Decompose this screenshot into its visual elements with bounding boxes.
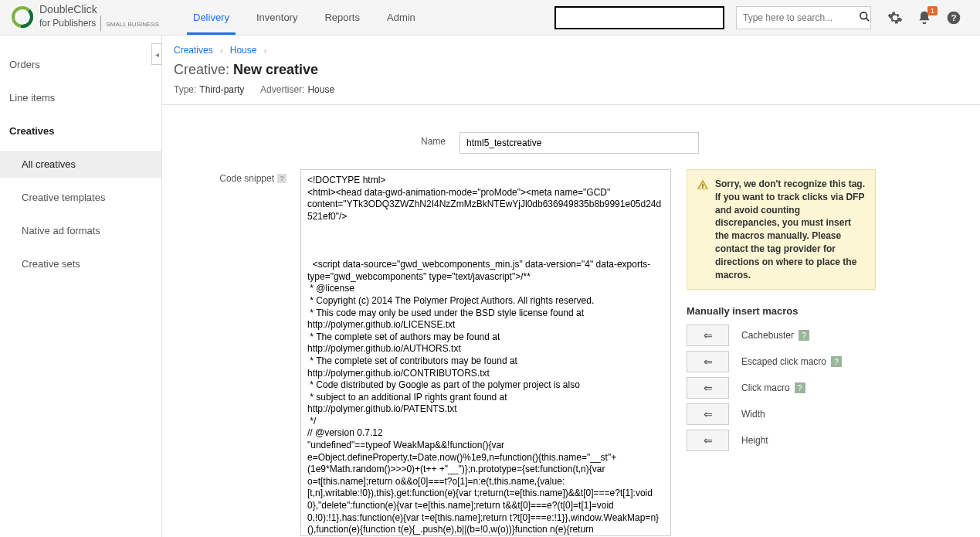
macro-label: Cachebuster? — [741, 330, 809, 341]
bell-icon[interactable]: 1 — [916, 9, 933, 26]
sidebar-item-line-items[interactable]: Line items — [0, 84, 161, 111]
chevron-right-icon: › — [220, 46, 222, 55]
insert-arrow-icon[interactable]: ⇐ — [687, 325, 729, 346]
page-title: Creative: New creative — [162, 62, 980, 78]
sidebar-collapse-icon[interactable]: ◂ — [151, 43, 162, 65]
nav-tab-inventory[interactable]: Inventory — [256, 1, 297, 34]
header-bar: DoubleClick for PublishersSMALL BUSINESS… — [0, 0, 980, 36]
insert-arrow-icon[interactable]: ⇐ — [687, 351, 729, 372]
svg-line-3 — [866, 18, 869, 21]
insert-arrow-icon[interactable]: ⇐ — [687, 430, 729, 451]
gear-icon[interactable] — [887, 9, 904, 26]
help-icon[interactable]: ? — [277, 174, 287, 183]
macro-label: Escaped click macro? — [741, 356, 842, 367]
svg-rect-7 — [702, 187, 703, 188]
macro-label: Width — [741, 409, 765, 420]
svg-rect-6 — [702, 184, 703, 186]
notif-badge: 1 — [927, 6, 938, 15]
macro-insert-escaped-click-macro[interactable]: ⇐Escaped click macro? — [687, 351, 876, 372]
macro-insert-height[interactable]: ⇐Height — [687, 430, 876, 451]
insert-arrow-icon[interactable]: ⇐ — [687, 377, 729, 399]
nav-tab-reports[interactable]: Reports — [324, 1, 360, 34]
search-input[interactable] — [743, 12, 859, 23]
name-input[interactable] — [459, 132, 699, 154]
name-label: Name — [162, 132, 459, 147]
search-icon[interactable] — [859, 11, 870, 25]
sidebar-sub-all-creatives[interactable]: All creatives — [0, 151, 161, 178]
search-box[interactable] — [736, 6, 871, 29]
macro-insert-cachebuster[interactable]: ⇐Cachebuster? — [687, 325, 876, 346]
macro-insert-width[interactable]: ⇐Width — [687, 403, 876, 425]
nav-tab-delivery[interactable]: Delivery — [193, 1, 229, 34]
macro-label: Click macro? — [741, 382, 805, 393]
logo[interactable]: DoubleClick for PublishersSMALL BUSINESS — [12, 4, 166, 31]
nav-tab-admin[interactable]: Admin — [387, 1, 415, 34]
breadcrumb: Creatives › House › — [162, 45, 980, 56]
svg-point-2 — [860, 12, 867, 19]
highlighted-box[interactable] — [554, 6, 724, 29]
macros-title: Manually insert macros — [687, 305, 876, 317]
breadcrumb-creatives[interactable]: Creatives — [174, 45, 213, 56]
advertiser-name: House — [307, 84, 334, 95]
help-icon[interactable]: ? — [799, 330, 809, 341]
code-snippet-textarea[interactable] — [300, 169, 671, 536]
logo-text: DoubleClick for PublishersSMALL BUSINESS — [39, 4, 159, 31]
dfp-logo-icon — [12, 6, 33, 28]
warning-box: Sorry, we don't recognize this tag. If y… — [687, 169, 876, 290]
creative-type: Third-party — [199, 84, 244, 95]
sidebar-item-orders[interactable]: Orders — [0, 51, 161, 78]
code-snippet-label: Code snippet ? — [162, 169, 300, 184]
chevron-right-icon: › — [264, 46, 266, 55]
main-content: Creatives › House › Creative: New creati… — [162, 36, 980, 537]
insert-arrow-icon[interactable]: ⇐ — [687, 403, 729, 425]
sidebar-sub-creative-templates[interactable]: Creative templates — [0, 184, 161, 211]
help-icon[interactable]: ? — [945, 9, 962, 26]
macro-label: Height — [741, 435, 768, 446]
help-icon[interactable]: ? — [831, 356, 842, 367]
help-icon[interactable]: ? — [795, 382, 805, 393]
meta-row: Type:Third-party Advertiser:House — [162, 84, 980, 105]
warning-icon — [697, 178, 709, 191]
sidebar-sub-creative-sets[interactable]: Creative sets — [0, 250, 161, 277]
sidebar: ◂ Orders Line items Creatives All creati… — [0, 36, 162, 537]
macro-insert-click-macro[interactable]: ⇐Click macro? — [687, 377, 876, 399]
nav-tabs: Delivery Inventory Reports Admin — [193, 1, 415, 34]
sidebar-item-creatives[interactable]: Creatives — [0, 117, 161, 144]
svg-text:?: ? — [951, 12, 956, 22]
sidebar-sub-native-ad-formats[interactable]: Native ad formats — [0, 217, 161, 244]
warning-text: Sorry, we don't recognize this tag. If y… — [715, 178, 866, 281]
breadcrumb-house[interactable]: House — [230, 45, 257, 56]
